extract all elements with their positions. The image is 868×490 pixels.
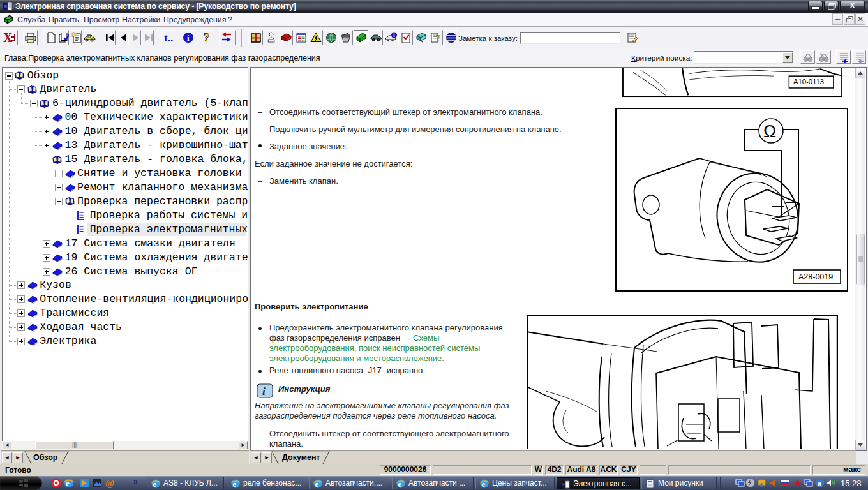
svg-text:Ω: Ω (763, 122, 776, 141)
svg-text:A10-0113: A10-0113 (793, 78, 824, 85)
svg-text:?: ? (204, 31, 209, 44)
svg-text:t..: t.. (164, 32, 173, 44)
svg-text:a: a (818, 480, 821, 487)
svg-text:i: i (187, 33, 190, 43)
svg-text:i: i (262, 385, 266, 397)
svg-text:@: @ (105, 478, 114, 488)
svg-text:A28-0019: A28-0019 (798, 272, 833, 281)
svg-text:?: ? (436, 34, 440, 43)
